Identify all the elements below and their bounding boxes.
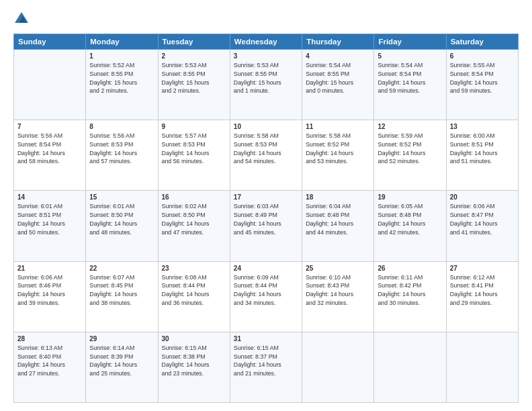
logo-icon bbox=[13, 11, 30, 27]
header-row: SundayMondayTuesdayWednesdayThursdayFrid… bbox=[14, 34, 519, 50]
day-cell: 28Sunrise: 6:13 AM Sunset: 8:40 PM Dayli… bbox=[14, 332, 86, 402]
day-cell: 12Sunrise: 5:59 AM Sunset: 8:52 PM Dayli… bbox=[374, 120, 446, 191]
week-row-4: 21Sunrise: 6:06 AM Sunset: 8:46 PM Dayli… bbox=[14, 261, 519, 332]
day-number: 19 bbox=[378, 193, 442, 201]
week-row-3: 14Sunrise: 6:01 AM Sunset: 8:51 PM Dayli… bbox=[14, 191, 519, 261]
header bbox=[13, 11, 519, 27]
day-cell: 22Sunrise: 6:07 AM Sunset: 8:45 PM Dayli… bbox=[86, 261, 158, 332]
day-cell: 11Sunrise: 5:58 AM Sunset: 8:52 PM Dayli… bbox=[302, 120, 374, 191]
day-cell: 4Sunrise: 5:54 AM Sunset: 8:55 PM Daylig… bbox=[302, 50, 374, 120]
day-number: 18 bbox=[306, 193, 370, 201]
day-number: 16 bbox=[162, 193, 226, 201]
day-info: Sunrise: 5:53 AM Sunset: 8:55 PM Dayligh… bbox=[234, 61, 298, 95]
header-cell-tuesday: Tuesday bbox=[158, 34, 230, 50]
day-number: 3 bbox=[234, 52, 298, 60]
calendar-table: SundayMondayTuesdayWednesdayThursdayFrid… bbox=[13, 34, 519, 403]
day-number: 25 bbox=[306, 265, 370, 272]
day-cell bbox=[374, 332, 446, 402]
calendar-page: SundayMondayTuesdayWednesdayThursdayFrid… bbox=[0, 0, 532, 411]
day-cell: 30Sunrise: 6:15 AM Sunset: 8:38 PM Dayli… bbox=[158, 332, 230, 402]
day-number: 6 bbox=[450, 52, 515, 60]
week-row-5: 28Sunrise: 6:13 AM Sunset: 8:40 PM Dayli… bbox=[14, 332, 519, 402]
day-cell: 17Sunrise: 6:03 AM Sunset: 8:49 PM Dayli… bbox=[230, 191, 302, 261]
day-cell: 26Sunrise: 6:11 AM Sunset: 8:42 PM Dayli… bbox=[374, 261, 446, 332]
day-number: 9 bbox=[162, 123, 226, 130]
day-info: Sunrise: 6:14 AM Sunset: 8:39 PM Dayligh… bbox=[89, 344, 154, 378]
day-number: 2 bbox=[162, 52, 226, 60]
day-number: 7 bbox=[17, 123, 82, 130]
header-cell-saturday: Saturday bbox=[446, 34, 518, 50]
day-number: 15 bbox=[89, 193, 154, 201]
day-cell: 21Sunrise: 6:06 AM Sunset: 8:46 PM Dayli… bbox=[14, 261, 86, 332]
day-info: Sunrise: 6:03 AM Sunset: 8:49 PM Dayligh… bbox=[234, 202, 298, 236]
day-cell: 7Sunrise: 5:56 AM Sunset: 8:54 PM Daylig… bbox=[14, 120, 86, 191]
day-number: 14 bbox=[17, 193, 82, 201]
day-number: 12 bbox=[378, 123, 442, 130]
day-number: 4 bbox=[306, 52, 370, 60]
calendar-header: SundayMondayTuesdayWednesdayThursdayFrid… bbox=[14, 34, 519, 50]
day-cell bbox=[302, 332, 374, 402]
day-number: 5 bbox=[378, 52, 442, 60]
day-info: Sunrise: 5:56 AM Sunset: 8:53 PM Dayligh… bbox=[89, 132, 154, 166]
day-number: 17 bbox=[234, 193, 298, 201]
day-cell: 25Sunrise: 6:10 AM Sunset: 8:43 PM Dayli… bbox=[302, 261, 374, 332]
day-info: Sunrise: 5:58 AM Sunset: 8:52 PM Dayligh… bbox=[306, 132, 370, 166]
day-number: 22 bbox=[89, 265, 154, 272]
day-info: Sunrise: 6:01 AM Sunset: 8:50 PM Dayligh… bbox=[89, 202, 154, 236]
day-info: Sunrise: 5:59 AM Sunset: 8:52 PM Dayligh… bbox=[378, 132, 442, 166]
day-cell: 13Sunrise: 6:00 AM Sunset: 8:51 PM Dayli… bbox=[446, 120, 518, 191]
day-info: Sunrise: 5:55 AM Sunset: 8:54 PM Dayligh… bbox=[450, 61, 515, 95]
day-number: 30 bbox=[162, 335, 226, 342]
day-info: Sunrise: 6:12 AM Sunset: 8:41 PM Dayligh… bbox=[450, 273, 515, 308]
day-info: Sunrise: 6:15 AM Sunset: 8:38 PM Dayligh… bbox=[162, 344, 226, 378]
day-info: Sunrise: 6:02 AM Sunset: 8:50 PM Dayligh… bbox=[162, 202, 226, 236]
header-cell-wednesday: Wednesday bbox=[230, 34, 302, 50]
day-cell: 2Sunrise: 5:53 AM Sunset: 8:55 PM Daylig… bbox=[158, 50, 230, 120]
day-number: 31 bbox=[234, 335, 298, 342]
day-cell: 16Sunrise: 6:02 AM Sunset: 8:50 PM Dayli… bbox=[158, 191, 230, 261]
day-cell: 23Sunrise: 6:08 AM Sunset: 8:44 PM Dayli… bbox=[158, 261, 230, 332]
day-number: 21 bbox=[17, 265, 82, 272]
day-cell: 6Sunrise: 5:55 AM Sunset: 8:54 PM Daylig… bbox=[446, 50, 518, 120]
day-cell: 3Sunrise: 5:53 AM Sunset: 8:55 PM Daylig… bbox=[230, 50, 302, 120]
day-info: Sunrise: 5:54 AM Sunset: 8:55 PM Dayligh… bbox=[306, 61, 370, 95]
day-cell: 31Sunrise: 6:15 AM Sunset: 8:37 PM Dayli… bbox=[230, 332, 302, 402]
day-info: Sunrise: 6:00 AM Sunset: 8:51 PM Dayligh… bbox=[450, 132, 515, 166]
day-info: Sunrise: 6:04 AM Sunset: 8:48 PM Dayligh… bbox=[306, 202, 370, 236]
logo bbox=[13, 11, 32, 27]
header-cell-sunday: Sunday bbox=[14, 34, 86, 50]
day-cell bbox=[14, 50, 86, 120]
week-row-2: 7Sunrise: 5:56 AM Sunset: 8:54 PM Daylig… bbox=[14, 120, 519, 191]
day-cell: 29Sunrise: 6:14 AM Sunset: 8:39 PM Dayli… bbox=[86, 332, 158, 402]
day-cell: 9Sunrise: 5:57 AM Sunset: 8:53 PM Daylig… bbox=[158, 120, 230, 191]
day-number: 8 bbox=[89, 123, 154, 130]
day-number: 28 bbox=[17, 335, 82, 342]
day-info: Sunrise: 6:07 AM Sunset: 8:45 PM Dayligh… bbox=[89, 273, 154, 308]
day-cell: 5Sunrise: 5:54 AM Sunset: 8:54 PM Daylig… bbox=[374, 50, 446, 120]
day-info: Sunrise: 5:58 AM Sunset: 8:53 PM Dayligh… bbox=[234, 132, 298, 166]
day-info: Sunrise: 6:05 AM Sunset: 8:48 PM Dayligh… bbox=[378, 202, 442, 236]
day-number: 29 bbox=[89, 335, 154, 342]
day-number: 23 bbox=[162, 265, 226, 272]
day-number: 13 bbox=[450, 123, 515, 130]
day-number: 11 bbox=[306, 123, 370, 130]
day-info: Sunrise: 5:54 AM Sunset: 8:54 PM Dayligh… bbox=[378, 61, 442, 95]
day-cell: 18Sunrise: 6:04 AM Sunset: 8:48 PM Dayli… bbox=[302, 191, 374, 261]
day-info: Sunrise: 6:06 AM Sunset: 8:47 PM Dayligh… bbox=[450, 202, 515, 236]
day-info: Sunrise: 6:01 AM Sunset: 8:51 PM Dayligh… bbox=[17, 202, 82, 236]
day-info: Sunrise: 6:10 AM Sunset: 8:43 PM Dayligh… bbox=[306, 273, 370, 308]
header-cell-thursday: Thursday bbox=[302, 34, 374, 50]
day-cell: 19Sunrise: 6:05 AM Sunset: 8:48 PM Dayli… bbox=[374, 191, 446, 261]
day-cell: 27Sunrise: 6:12 AM Sunset: 8:41 PM Dayli… bbox=[446, 261, 518, 332]
day-info: Sunrise: 6:13 AM Sunset: 8:40 PM Dayligh… bbox=[17, 344, 82, 378]
day-number: 24 bbox=[234, 265, 298, 272]
day-cell: 20Sunrise: 6:06 AM Sunset: 8:47 PM Dayli… bbox=[446, 191, 518, 261]
day-cell bbox=[446, 332, 518, 402]
day-info: Sunrise: 6:11 AM Sunset: 8:42 PM Dayligh… bbox=[378, 273, 442, 308]
day-number: 27 bbox=[450, 265, 515, 272]
day-cell: 10Sunrise: 5:58 AM Sunset: 8:53 PM Dayli… bbox=[230, 120, 302, 191]
header-cell-monday: Monday bbox=[86, 34, 158, 50]
header-cell-friday: Friday bbox=[374, 34, 446, 50]
day-cell: 24Sunrise: 6:09 AM Sunset: 8:44 PM Dayli… bbox=[230, 261, 302, 332]
day-info: Sunrise: 6:06 AM Sunset: 8:46 PM Dayligh… bbox=[17, 273, 82, 308]
